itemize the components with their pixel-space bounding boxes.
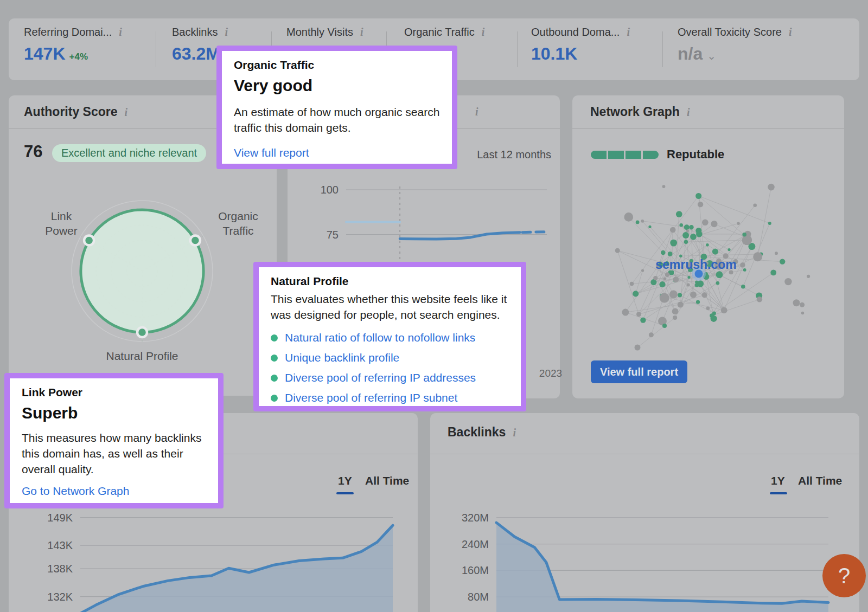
authority-score-badge: Excellent and niche relevant bbox=[52, 144, 206, 162]
metric-label: Monthly Visits bbox=[286, 26, 353, 38]
tooltip-rating: Superb bbox=[22, 404, 206, 422]
tab-1y[interactable]: 1Y bbox=[338, 474, 352, 487]
svg-text:80M: 80M bbox=[468, 591, 489, 603]
tooltip-title: Natural Profile bbox=[271, 275, 509, 288]
bullet-dot-icon bbox=[271, 355, 278, 362]
bullet-dot-icon bbox=[271, 395, 278, 402]
bullet-link[interactable]: Diverse pool of referring IP addresses bbox=[271, 371, 509, 384]
bullet-link[interactable]: Diverse pool of referring IP subnet bbox=[271, 391, 509, 404]
range-label: Last 12 months bbox=[477, 149, 551, 161]
info-icon[interactable]: i bbox=[687, 106, 690, 119]
info-icon[interactable]: i bbox=[789, 26, 792, 38]
metric-label: Referring Domai... bbox=[24, 26, 112, 38]
radar-chart bbox=[9, 179, 277, 347]
svg-text:320M: 320M bbox=[462, 512, 489, 524]
svg-text:132K: 132K bbox=[47, 591, 73, 603]
info-icon[interactable]: i bbox=[482, 26, 485, 38]
divider bbox=[517, 31, 518, 67]
rating-segment bbox=[591, 151, 607, 159]
go-to-network-graph-link[interactable]: Go to Network Graph bbox=[22, 485, 206, 498]
metric-label: Backlinks bbox=[172, 26, 218, 38]
network-graph: semrush.com bbox=[572, 160, 844, 372]
divider bbox=[156, 31, 156, 67]
info-icon[interactable]: i bbox=[360, 26, 363, 38]
bullet-dot-icon bbox=[271, 375, 278, 382]
metric-toxicity-score: Overall Toxicity Scorei n/a⌄ bbox=[678, 26, 792, 64]
svg-text:138K: 138K bbox=[47, 563, 73, 575]
rating-segment bbox=[643, 151, 659, 159]
tab-all-time[interactable]: All Time bbox=[798, 474, 842, 487]
metric-referring-domains: Referring Domai...i 147K+4% bbox=[24, 26, 122, 64]
metric-label: Overall Toxicity Score bbox=[678, 26, 782, 38]
svg-text:100: 100 bbox=[321, 184, 339, 196]
svg-text:149K: 149K bbox=[47, 512, 73, 524]
card-title: Network Graph bbox=[590, 105, 680, 119]
card-header: Network Graphi bbox=[572, 95, 844, 129]
tooltip-body: This measures how many backlinks this do… bbox=[22, 430, 206, 477]
info-icon[interactable]: i bbox=[627, 26, 630, 38]
card-title: Authority Score bbox=[24, 105, 118, 119]
rating-label: Reputable bbox=[667, 147, 724, 162]
svg-text:240M: 240M bbox=[462, 538, 489, 550]
x-axis-label: 2023 bbox=[526, 368, 575, 379]
card-title: Backlinks bbox=[448, 425, 506, 439]
radar-axis-organic-traffic: Organic Traffic bbox=[208, 209, 268, 238]
rating-segment bbox=[608, 151, 624, 159]
bullet-dot-icon bbox=[271, 334, 278, 342]
metric-outbound-domains: Outbound Doma...i 10.1K bbox=[531, 26, 630, 64]
svg-text:160M: 160M bbox=[462, 564, 489, 576]
radar-axis-natural-profile: Natural Profile bbox=[61, 349, 224, 363]
reputation-rating: Reputable bbox=[591, 147, 724, 162]
link-power-tooltip: Link Power Superb This measures how many… bbox=[4, 373, 224, 508]
svg-text:143K: 143K bbox=[47, 539, 73, 551]
metric-value: n/a⌄ bbox=[678, 44, 792, 64]
info-icon[interactable]: i bbox=[119, 26, 122, 38]
organic-traffic-tooltip: Organic Traffic Very good An estimate of… bbox=[216, 46, 457, 169]
referring-domains-chart: 149K143K138K132K bbox=[9, 494, 418, 612]
metric-value: 10.1K bbox=[531, 44, 630, 64]
metric-organic-traffic: Organic Traffici bbox=[404, 26, 484, 38]
tooltip-title: Link Power bbox=[22, 386, 206, 399]
metric-value: 147K+4% bbox=[24, 44, 122, 64]
info-icon[interactable]: i bbox=[125, 106, 128, 119]
authority-score-value: 76 bbox=[24, 142, 42, 162]
divider bbox=[662, 31, 663, 67]
bullet-link[interactable]: Natural ratio of follow to nofollow link… bbox=[271, 331, 509, 344]
help-button[interactable]: ? bbox=[822, 554, 866, 597]
metric-monthly-visits: Monthly Visitsi bbox=[286, 26, 363, 38]
metric-label: Organic Traffic bbox=[404, 26, 475, 38]
semrush-dashboard: Referring Domai...i 147K+4% Backlinksi 6… bbox=[0, 0, 868, 612]
info-icon[interactable]: i bbox=[225, 26, 228, 38]
tooltip-bullets: Natural ratio of follow to nofollow link… bbox=[271, 331, 509, 404]
tooltip-body: This evaluates whether this website feel… bbox=[271, 291, 509, 323]
view-full-report-link[interactable]: View full report bbox=[234, 146, 440, 159]
tab-all-time[interactable]: All Time bbox=[365, 474, 409, 487]
svg-text:semrush.com: semrush.com bbox=[655, 257, 737, 272]
tab-1y[interactable]: 1Y bbox=[771, 474, 785, 487]
tooltip-title: Organic Traffic bbox=[234, 59, 440, 72]
metric-label: Outbound Doma... bbox=[531, 26, 620, 38]
card-header: Backlinksi bbox=[430, 413, 859, 454]
tooltip-rating: Very good bbox=[234, 76, 440, 95]
natural-profile-tooltip: Natural Profile This evaluates whether t… bbox=[253, 262, 526, 411]
rating-segment bbox=[626, 151, 641, 159]
svg-text:75: 75 bbox=[327, 229, 339, 241]
info-icon[interactable]: i bbox=[475, 106, 478, 118]
bullet-link[interactable]: Unique backlink profile bbox=[271, 351, 509, 364]
chevron-down-icon[interactable]: ⌄ bbox=[707, 50, 716, 62]
radar-axis-link-power: Link Power bbox=[37, 209, 86, 238]
tooltip-body: An estimate of how much organic search t… bbox=[234, 104, 440, 136]
question-mark-icon: ? bbox=[838, 564, 850, 588]
info-icon[interactable]: i bbox=[513, 427, 516, 439]
rating-bar bbox=[591, 151, 659, 159]
backlinks-card: Backlinksi 1Y All Time 320M240M160M80M bbox=[430, 413, 859, 612]
network-graph-card: Network Graphi Reputable semrush.com Vie… bbox=[572, 95, 844, 398]
backlinks-chart: 320M240M160M80M bbox=[430, 494, 859, 612]
metric-delta: +4% bbox=[69, 51, 88, 62]
view-full-report-button[interactable]: View full report bbox=[591, 360, 687, 383]
